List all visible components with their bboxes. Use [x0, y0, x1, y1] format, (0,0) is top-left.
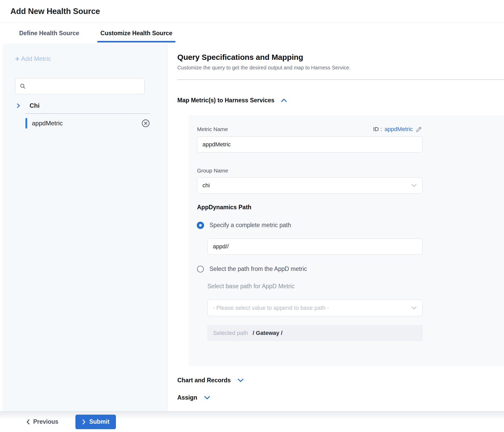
- section-title: Assign: [177, 394, 197, 401]
- assign-section-toggle[interactable]: Assign: [177, 394, 211, 401]
- map-metrics-form: Metric Name ID : appdMetric Group Nam: [189, 115, 504, 366]
- tab-bar: Define Health Source Customize Health So…: [0, 23, 504, 44]
- metric-group-chi[interactable]: Chi: [16, 102, 167, 109]
- group-name-value: chi: [202, 182, 210, 189]
- complete-metric-path-input[interactable]: [207, 239, 423, 255]
- chevron-right-icon: [82, 419, 86, 425]
- chevron-down-icon: [411, 183, 417, 188]
- chevron-down-icon: [411, 306, 417, 310]
- radio-unselected-icon[interactable]: [197, 266, 204, 272]
- submit-label: Submit: [89, 418, 109, 425]
- tab-label: Define Health Source: [19, 30, 79, 37]
- chevron-up-icon: [280, 98, 288, 103]
- chevron-right-icon: [16, 103, 21, 109]
- selected-path-label: Selected path: [213, 330, 248, 336]
- map-metrics-section-toggle[interactable]: Map Metric(s) to Harness Services: [177, 97, 288, 104]
- tab-define-health-source[interactable]: Define Health Source: [16, 23, 82, 44]
- metric-item-label: appdMetric: [32, 120, 141, 127]
- radio-label: Select the path from the AppD metric: [209, 265, 307, 272]
- section-title: Map Metric(s) to Harness Services: [177, 97, 275, 104]
- section-title: Chart and Records: [177, 377, 231, 384]
- metric-search: [15, 78, 145, 94]
- metric-name-label: Metric Name: [197, 126, 228, 132]
- group-name-select[interactable]: chi: [197, 177, 423, 193]
- divider: [25, 113, 150, 114]
- add-metric-label: Add Metric: [21, 55, 51, 62]
- group-name-label: Group Name: [197, 168, 504, 174]
- submit-button[interactable]: Submit: [75, 415, 116, 429]
- group-label: Chi: [30, 102, 40, 109]
- chart-and-records-section-toggle[interactable]: Chart and Records: [177, 377, 244, 384]
- search-icon: [20, 83, 26, 89]
- radio-select-appd-path[interactable]: Select the path from the AppD metric: [197, 265, 307, 272]
- selected-path-row: Selected path / Gateway /: [207, 325, 423, 341]
- add-metric-button[interactable]: + Add Metric: [15, 55, 51, 62]
- radio-complete-metric-path[interactable]: Specify a complete metric path: [197, 222, 291, 229]
- metric-name-input[interactable]: [197, 136, 423, 153]
- dialog-header: Add New Health Source: [0, 0, 504, 23]
- chevron-down-icon: [237, 378, 244, 383]
- plus-icon: +: [15, 56, 20, 62]
- dialog-title: Add New Health Source: [10, 7, 100, 16]
- page-title: Query Specifications and Mapping: [177, 53, 504, 62]
- active-tab-underline: [97, 41, 175, 42]
- dialog-footer: Previous Submit: [0, 411, 504, 432]
- add-health-source-dialog: Add New Health Source Define Health Sour…: [0, 0, 504, 432]
- dialog-body: + Add Metric Chi: [0, 44, 504, 411]
- radio-selected-icon[interactable]: [197, 222, 204, 229]
- search-input[interactable]: [15, 78, 145, 94]
- page-subtitle: Customize the query to get the desired o…: [177, 65, 504, 71]
- query-spec-panel: Query Specifications and Mapping Customi…: [167, 44, 504, 411]
- delete-metric-icon[interactable]: [141, 119, 150, 128]
- base-path-select[interactable]: - Please select value to append to base …: [207, 300, 423, 316]
- chevron-down-icon: [204, 395, 211, 400]
- id-label: ID :: [373, 126, 382, 133]
- appdynamics-path-heading: AppDynamics Path: [197, 204, 504, 211]
- previous-button[interactable]: Previous: [26, 418, 58, 425]
- previous-label: Previous: [33, 418, 58, 425]
- divider: [177, 80, 504, 80]
- selected-path-value: / Gateway /: [253, 330, 283, 336]
- tab-customize-health-source[interactable]: Customize Health Source: [97, 23, 175, 44]
- selected-indicator-bar: [25, 118, 27, 128]
- tab-label: Customize Health Source: [100, 30, 172, 37]
- metric-sidebar: + Add Metric Chi: [3, 44, 167, 411]
- base-path-label: Select base path for AppD Metric: [207, 283, 504, 290]
- edit-id-icon[interactable]: [415, 126, 423, 133]
- base-path-placeholder: - Please select value to append to base …: [213, 305, 329, 311]
- chevron-left-icon: [26, 419, 30, 425]
- radio-label: Specify a complete metric path: [209, 222, 291, 229]
- metric-list-item-appdmetric[interactable]: appdMetric: [25, 116, 150, 130]
- id-value-link[interactable]: appdMetric: [384, 126, 413, 133]
